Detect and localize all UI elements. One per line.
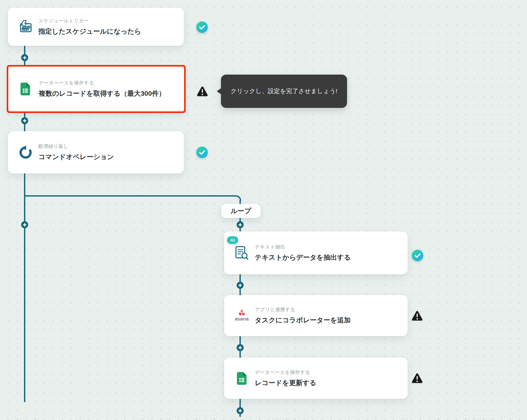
add-step-icon[interactable] [237, 344, 244, 351]
warning-icon [196, 86, 208, 98]
node-extract-text[interactable]: テキスト抽出 テキストからデータを抽出する [224, 231, 408, 274]
node-title: コマンドオペレーション [38, 152, 114, 161]
add-step-icon[interactable] [237, 282, 244, 289]
asana-wordmark: asana [235, 316, 249, 322]
loop-branch-label: ループ [221, 204, 261, 218]
tooltip-text: クリックし、設定を完了させましょう! [231, 87, 337, 95]
asana-logo: asana [234, 295, 249, 336]
loop-label-text: ループ [231, 206, 251, 215]
add-step-icon[interactable] [237, 221, 244, 228]
node-schedule-trigger[interactable]: スケジュールトリガー 指定したスケジュールになったら [8, 8, 184, 46]
warning-icon [411, 373, 423, 385]
status-check-badge [196, 147, 208, 158]
node-command-operation[interactable]: 処理繰り返し コマンドオペレーション [8, 131, 184, 174]
connector-line-branch-horizontal [24, 195, 236, 197]
workflow-canvas: スケジュールトリガー 指定したスケジュールになったら データベースを操作する 複… [0, 0, 527, 420]
node-category: データベースを操作する [39, 80, 165, 86]
node-update-record[interactable]: データベースを操作する レコードを更新する [224, 358, 408, 399]
status-check-badge [412, 250, 423, 261]
node-category: テキスト抽出 [255, 244, 351, 250]
google-sheets-icon [234, 358, 249, 399]
setup-tooltip: クリックし、設定を完了させましょう! [221, 75, 347, 108]
node-title: 複数のレコードを取得する（最大300件） [39, 89, 165, 98]
check-icon [415, 254, 420, 257]
warning-icon [411, 310, 423, 322]
loop-repeat-icon [18, 131, 32, 174]
node-get-records[interactable]: データベースを操作する 複数のレコードを取得する（最大300件） [8, 67, 184, 111]
node-title: テキストからデータを抽出する [255, 253, 351, 262]
node-title: 指定したスケジュールになったら [38, 27, 141, 36]
google-sheets-icon [18, 67, 33, 111]
add-step-icon[interactable] [21, 54, 28, 61]
check-icon [200, 151, 205, 154]
connector-line-left-branch [24, 174, 26, 402]
node-category: スケジュールトリガー [38, 18, 141, 24]
node-category: 処理繰り返し [38, 143, 114, 149]
node-category: データベースを操作する [255, 369, 316, 376]
node-category: アプリと連携する [255, 307, 351, 313]
ai-badge: AI [227, 236, 238, 244]
schedule-trigger-calendar-icon [18, 8, 32, 46]
add-step-icon[interactable] [21, 117, 28, 124]
check-icon [200, 26, 205, 29]
node-title: レコードを更新する [255, 378, 316, 387]
node-asana-add-collaborator[interactable]: asana アプリと連携する タスクにコラボレーターを追加 [224, 295, 408, 336]
ai-badge-text: AI [231, 238, 235, 243]
status-check-badge [196, 21, 208, 33]
node-title: タスクにコラボレーターを追加 [255, 316, 351, 325]
add-step-icon[interactable] [21, 221, 28, 228]
add-step-icon[interactable] [237, 407, 244, 414]
